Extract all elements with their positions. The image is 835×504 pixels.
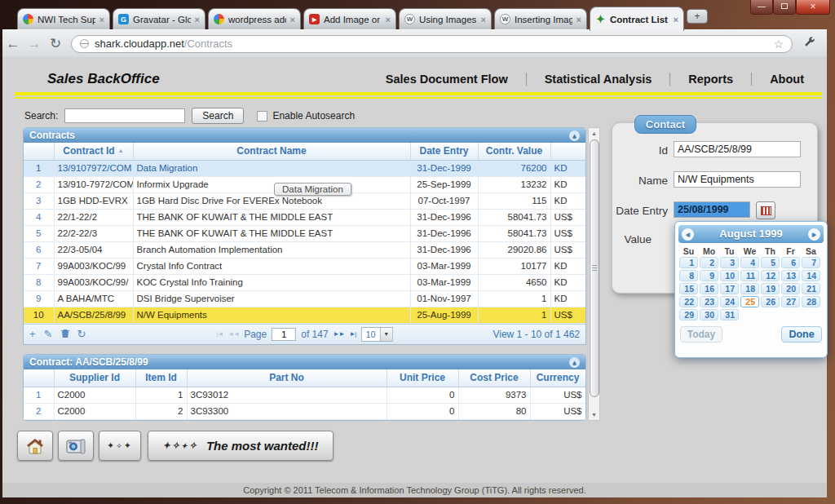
reload-icon[interactable]: ↻ [45, 35, 66, 52]
column-header[interactable]: Supplier Id [54, 369, 135, 387]
calendar-day-cell[interactable]: 19 [761, 283, 780, 294]
contract-name-field[interactable] [674, 171, 801, 188]
browser-tab[interactable]: Inserting Images× [494, 8, 587, 29]
table-row[interactable]: 2C200023C93300080US$ [24, 403, 585, 419]
today-button[interactable]: Today [680, 326, 722, 343]
calendar-day-cell[interactable]: 10 [720, 270, 739, 281]
last-page-icon[interactable]: ►| [349, 330, 356, 338]
scroll-up-icon[interactable]: ▲ [589, 128, 599, 139]
back-icon[interactable]: ← [2, 36, 24, 52]
prev-month-icon[interactable]: ◄ [682, 228, 694, 241]
calendar-day-cell[interactable]: 1 [679, 257, 698, 268]
table-row[interactable]: 10AA/SCB/25/8/99N/W Equipments25-Aug-199… [24, 307, 585, 323]
calendar-day-cell[interactable]: 9 [700, 270, 718, 281]
table-row[interactable]: 9A BAHA/MTCDSI Bridge Supervoiser01-Nov-… [24, 290, 585, 307]
maximize-button[interactable] [773, 0, 796, 15]
search-button[interactable]: Search [192, 108, 244, 124]
done-button[interactable]: Done [781, 326, 822, 343]
page-number-input[interactable] [272, 328, 296, 341]
table-row[interactable]: 422/1-22/2THE BANK OF KUWAIT & THE MIDDL… [24, 209, 585, 225]
tab-close-icon[interactable]: × [481, 15, 486, 24]
stars-button[interactable]: ✦✧✦ [99, 431, 141, 461]
nav-item-sales-document-flow[interactable]: Sales Document Flow [368, 73, 526, 86]
column-header[interactable]: Date Entry [410, 143, 478, 160]
calendar-day-cell[interactable]: 20 [781, 283, 800, 294]
calendar-day-cell[interactable]: 23 [700, 296, 718, 307]
column-header[interactable]: Unit Price [387, 369, 458, 387]
table-row[interactable]: 1C200013C9301209373US$ [24, 387, 585, 403]
calendar-day-cell[interactable]: 22 [679, 296, 698, 307]
autosearch-checkbox[interactable] [257, 111, 267, 122]
collapse-icon[interactable]: ▴ [569, 130, 580, 141]
nav-item-reports[interactable]: Reports [669, 73, 751, 86]
search-input[interactable] [64, 108, 185, 123]
calendar-day-cell[interactable]: 4 [740, 257, 759, 268]
browser-tab[interactable]: NWI Tech Suppor× [17, 8, 110, 29]
browser-tab[interactable]: Add Image or Vid× [303, 8, 396, 29]
column-header[interactable]: Part No [187, 369, 387, 387]
most-wanted-button[interactable]: ✦✧✦✧ The most wanted!!! [148, 431, 334, 461]
date-entry-field[interactable] [674, 201, 750, 218]
table-row[interactable]: 113/9107972/COMData Migration31-Dec-1999… [24, 160, 585, 176]
calendar-day-cell[interactable]: 8 [679, 270, 698, 281]
column-header[interactable] [24, 143, 54, 160]
table-row[interactable]: 522/2-22/3THE BANK OF KUWAIT & THE MIDDL… [24, 225, 585, 241]
add-row-icon[interactable]: + [29, 328, 36, 340]
scroll-down-icon[interactable]: ▼ [589, 409, 599, 420]
calendar-day-cell[interactable]: 18 [740, 283, 759, 294]
calendar-day-cell[interactable]: 6 [781, 257, 800, 268]
column-header[interactable]: Contract Name [133, 143, 410, 160]
refresh-icon[interactable]: ↻ [77, 328, 86, 340]
browser-tab[interactable]: Gravatar - Globall× [113, 8, 205, 29]
tab-close-icon[interactable]: × [386, 15, 391, 24]
calendar-day-cell[interactable]: 21 [802, 283, 820, 294]
calendar-day-cell[interactable]: 24 [720, 296, 739, 307]
table-row[interactable]: 622/3-05/04Branch Automation Implementat… [24, 241, 585, 258]
column-header[interactable] [550, 143, 585, 160]
tab-close-icon[interactable]: × [577, 15, 581, 24]
content-scrollbar[interactable]: ▲ ▼ [588, 127, 600, 421]
calendar-day-cell[interactable]: 5 [761, 257, 780, 268]
column-header[interactable]: Contr. Value [478, 143, 550, 160]
next-page-icon[interactable]: ►► [334, 330, 345, 338]
forward-icon[interactable]: → [24, 36, 45, 52]
tab-close-icon[interactable]: × [290, 15, 295, 24]
column-header[interactable]: Item Id [135, 369, 187, 387]
nav-item-about[interactable]: About [751, 73, 822, 86]
browser-tab[interactable]: Using Images « W× [399, 8, 492, 29]
home-button[interactable] [17, 431, 53, 461]
minimize-button[interactable]: — [750, 0, 773, 15]
calendar-day-cell[interactable]: 2 [700, 257, 718, 268]
calendar-day-cell[interactable]: 29 [679, 309, 698, 321]
calendar-day-cell[interactable]: 25 [740, 296, 759, 307]
calendar-day-cell[interactable]: 14 [802, 270, 820, 281]
first-page-icon[interactable]: |◄ [216, 330, 223, 338]
camera-button[interactable] [58, 431, 94, 461]
calendar-day-cell[interactable]: 15 [679, 283, 698, 294]
calendar-day-cell[interactable]: 11 [740, 270, 759, 281]
tab-close-icon[interactable]: × [195, 15, 200, 24]
column-header[interactable]: Contract Id [54, 143, 133, 160]
delete-row-icon[interactable] [61, 328, 69, 340]
calendar-picker-button[interactable] [756, 201, 775, 219]
address-bar[interactable]: shark.cloudapp.net /Contracts ☆ [71, 35, 793, 53]
column-header[interactable] [24, 369, 54, 387]
calendar-day-cell[interactable]: 3 [720, 257, 739, 268]
scrollbar-thumb[interactable] [590, 139, 599, 397]
tab-close-icon[interactable]: × [99, 15, 104, 24]
calendar-day-cell[interactable]: 27 [781, 296, 800, 307]
new-tab-button[interactable]: + [687, 9, 708, 24]
calendar-day-cell[interactable]: 17 [720, 283, 739, 294]
table-row[interactable]: 899A003/KOC/99/KOC Crystal Info Training… [24, 274, 585, 290]
prev-page-icon[interactable]: ◄◄ [228, 330, 239, 338]
browser-tab[interactable]: Contract List× [590, 7, 684, 31]
collapse-icon[interactable]: ▴ [569, 357, 580, 368]
calendar-day-cell[interactable]: 13 [781, 270, 800, 281]
bookmark-star-icon[interactable]: ☆ [773, 38, 784, 51]
contact-tab[interactable]: Contact [634, 115, 696, 134]
calendar-day-cell[interactable]: 30 [700, 309, 718, 321]
calendar-day-cell[interactable]: 26 [761, 296, 780, 307]
browser-tab[interactable]: wordpress add im× [208, 8, 301, 29]
column-header[interactable]: Currency [530, 369, 585, 387]
calendar-day-cell[interactable]: 7 [802, 257, 820, 268]
